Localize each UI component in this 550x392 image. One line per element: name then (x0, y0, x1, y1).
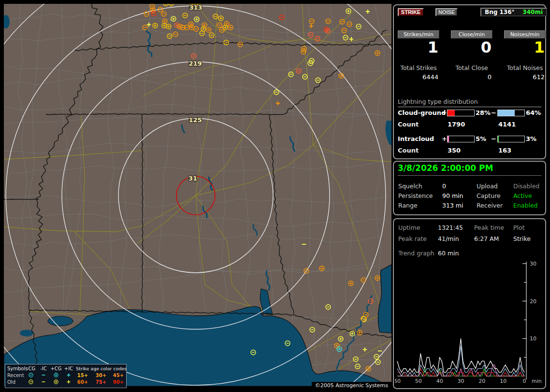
squelch-value: 0 (442, 182, 446, 190)
capture-label: Capture (477, 192, 501, 199)
trend-graph: 1020306050403020100min (395, 258, 546, 387)
upload-status: Disabled (513, 182, 539, 190)
cloud-ground-row: Cloud-ground + 28% − 64% (394, 109, 545, 116)
plot-label: Plot (513, 224, 525, 231)
session-row-2: Peak rate 41/min 6:27 AM Strike (394, 235, 545, 243)
status-panel: 3/8/2026 2:00:00 PM Squelch 0 Upload Dis… (393, 161, 546, 215)
copyright-notice: ©2005 Astrogenic Systems (312, 382, 391, 390)
trend-graph-label: Trend graph (398, 250, 434, 257)
count-label: Count (398, 147, 419, 154)
svg-text:20: 20 (530, 298, 536, 305)
radar-map[interactable]: 31321912531 Symbols -CG -IC +CG +IC Stri… (4, 4, 391, 386)
age-code-60: 60+ (74, 379, 91, 385)
counters-panel: STRIKE NOISE Bng 136° 340mi Strikes/min … (393, 4, 546, 159)
uptime-label: Uptime (398, 224, 420, 231)
strikes-per-min-label: Strikes/min (398, 30, 439, 39)
svg-text:40: 40 (436, 378, 443, 384)
bearing-value: Bng 136° (485, 9, 515, 15)
strike-mode-button[interactable]: STRIKE (398, 8, 424, 16)
cg-negative-bar (497, 110, 525, 116)
persistence-value: 90 min (442, 192, 463, 199)
lake-pontchartrain (48, 316, 73, 326)
status-row-squelch: Squelch 0 Upload Disabled (394, 182, 545, 190)
trend-graph-value: 60 min (438, 250, 459, 257)
map-canvas: 31321912531 (4, 4, 391, 386)
cg-negative-pct: 64% (526, 109, 541, 116)
close-per-min-counter: Close/min 0 Total Close 0 (451, 30, 492, 84)
svg-text:10: 10 (500, 378, 507, 384)
peak-rate-value: 41/min (438, 235, 459, 242)
cg-positive-bar (447, 110, 475, 116)
svg-text:0: 0 (522, 378, 526, 384)
svg-text:31: 31 (188, 175, 197, 182)
plus-sign: + (442, 109, 447, 116)
close-per-min-value: 0 (481, 39, 492, 56)
noises-per-min-counter: Noises/min 1 Total Noises 612 (504, 30, 546, 84)
total-strikes-label: Total Strikes (394, 64, 443, 71)
count-label: Count (398, 121, 419, 128)
cg-positive-count: 1790 (448, 121, 465, 128)
status-row-range: Range 313 mi Receiver Enabled (394, 202, 545, 210)
noises-per-min-value: 1 (534, 39, 545, 56)
plot-value: Strike (513, 235, 531, 242)
squelch-label: Squelch (398, 182, 422, 190)
range-label: Range (398, 202, 418, 209)
total-noises-value: 612 (533, 73, 545, 81)
session-row-1: Uptime 1321:45 Peak time Plot (394, 224, 545, 232)
minus-sign: − (491, 135, 496, 142)
age-code-75: 75+ (92, 379, 110, 385)
noises-per-min-label: Noises/min (504, 30, 546, 39)
plus-sign: + (442, 135, 447, 142)
receiver-label: Receiver (477, 202, 503, 209)
session-panel: Uptime 1321:45 Peak time Plot Peak rate … (393, 218, 546, 389)
svg-text:20: 20 (478, 378, 485, 384)
cg-negative-count: 4141 (498, 121, 516, 128)
svg-text:50: 50 (415, 378, 422, 384)
svg-text:30: 30 (457, 378, 464, 384)
current-datetime: 3/8/2026 2:00:00 PM (398, 163, 541, 176)
uptime-value: 1321:45 (438, 224, 463, 231)
intracloud-label: Intracloud (398, 135, 434, 142)
strikes-per-min-counter: Strikes/min 1 Total Strikes 6444 (398, 30, 439, 84)
ic-negative-count: 163 (498, 147, 511, 154)
intracloud-row: Intracloud + 5% − 3% (394, 135, 545, 142)
session-row-3: Trend graph 60 min (394, 250, 545, 257)
intracloud-count-row: Count 350 163 (394, 147, 545, 154)
svg-text:60: 60 (395, 378, 401, 384)
noise-mode-button[interactable]: NOISE (435, 8, 458, 16)
persistence-label: Persistence (398, 192, 433, 199)
age-code-15: 15+ (74, 373, 91, 378)
age-code-45: 45+ (110, 373, 127, 378)
ic-negative-bar (497, 136, 525, 142)
svg-text:10: 10 (530, 336, 536, 342)
distribution-title: Lightning type distribution (398, 98, 541, 107)
strikes-per-min-value: 1 (428, 39, 438, 56)
capture-status: Active (513, 192, 532, 199)
range-value: 313 mi (442, 202, 463, 209)
age-code-30: 30+ (92, 373, 110, 378)
ic-positive-bar (447, 136, 475, 142)
status-row-persistence: Persistence 90 min Capture Active (394, 192, 545, 200)
cloud-ground-count-row: Count 1790 4141 (394, 121, 545, 128)
total-close-label: Total Close (447, 64, 496, 71)
ic-positive-pct: 5% (476, 135, 486, 142)
svg-text:125: 125 (188, 116, 202, 124)
total-noises-label: Total Noises (500, 64, 550, 71)
svg-text:219: 219 (188, 60, 202, 67)
svg-text:313: 313 (189, 4, 202, 11)
total-close-value: 0 (488, 73, 492, 81)
app-window: 31321912531 Symbols -CG -IC +CG +IC Stri… (0, 0, 550, 392)
svg-text:min: min (532, 378, 542, 384)
cloud-ground-label: Cloud-ground (398, 109, 446, 116)
symbols-legend: Symbols -CG -IC +CG +IC Strike age color… (5, 364, 127, 388)
ic-negative-pct: 3% (526, 135, 536, 142)
minus-sign: − (491, 109, 496, 116)
peak-time-label: Peak time (474, 224, 504, 231)
upload-label: Upload (477, 182, 498, 190)
peak-time-value: 6:27 AM (474, 235, 499, 242)
bearing-readout: Bng 136° 340mi (480, 8, 547, 16)
bearing-range: 340mi (522, 9, 543, 15)
cg-positive-pct: 28% (476, 109, 491, 116)
close-per-min-label: Close/min (451, 30, 492, 39)
svg-text:30: 30 (530, 261, 536, 267)
